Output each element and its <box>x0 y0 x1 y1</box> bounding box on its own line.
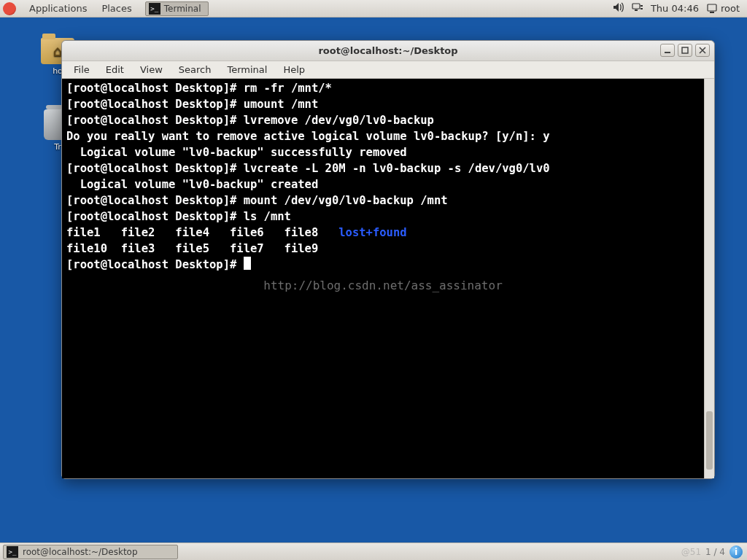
maximize-button[interactable] <box>678 44 692 57</box>
terminal-window: root@localhost:~/Desktop File Edit View … <box>61 40 715 479</box>
taskbar-button-terminal[interactable]: >_ Terminal <box>145 1 209 16</box>
menubar: File Edit View Search Terminal Help <box>62 61 714 79</box>
terminal-scrollbar[interactable] <box>704 79 714 478</box>
workspace-indicator[interactable]: 1 / 4 <box>705 547 725 557</box>
svg-rect-7 <box>682 47 688 53</box>
user-menu[interactable]: root <box>706 3 740 14</box>
terminal-output[interactable]: [root@localhost Desktop]# rm -fr /mnt/* … <box>62 79 704 478</box>
distro-logo-icon[interactable] <box>3 2 16 15</box>
top-panel: Applications Places >_ Terminal Thu 04:4… <box>0 0 747 18</box>
applications-menu[interactable]: Applications <box>23 1 93 16</box>
terminal-icon: >_ <box>149 3 160 15</box>
menu-file[interactable]: File <box>66 63 97 77</box>
system-tray: Thu 04:46 root <box>613 2 747 15</box>
places-menu[interactable]: Places <box>96 1 137 16</box>
menu-view[interactable]: View <box>133 63 170 77</box>
user-icon <box>706 4 718 14</box>
taskbar-button-label: Terminal <box>164 4 201 14</box>
svg-rect-4 <box>708 4 716 11</box>
faded-overlay-text: @51 <box>681 547 701 557</box>
svg-rect-2 <box>640 5 643 7</box>
user-label: root <box>721 3 740 14</box>
titlebar[interactable]: root@localhost:~/Desktop <box>62 41 714 61</box>
volume-icon[interactable] <box>613 2 624 15</box>
svg-rect-6 <box>665 52 670 53</box>
menu-help[interactable]: Help <box>276 63 312 77</box>
minimize-button[interactable] <box>660 44 675 57</box>
bottom-task-button[interactable]: >_ root@localhost:~/Desktop <box>3 545 178 559</box>
clock[interactable]: Thu 04:46 <box>651 3 699 14</box>
svg-rect-3 <box>640 8 643 9</box>
svg-rect-5 <box>710 12 714 13</box>
svg-rect-0 <box>632 4 640 9</box>
svg-rect-1 <box>635 9 638 11</box>
menu-search[interactable]: Search <box>171 63 219 77</box>
menu-terminal[interactable]: Terminal <box>220 63 274 77</box>
window-title: root@localhost:~/Desktop <box>318 45 457 56</box>
info-icon[interactable]: i <box>729 545 743 559</box>
close-button[interactable] <box>695 44 710 57</box>
scrollbar-thumb[interactable] <box>706 411 713 470</box>
terminal-icon: >_ <box>7 546 18 558</box>
network-icon[interactable] <box>632 2 643 15</box>
bottom-task-label: root@localhost:~/Desktop <box>23 547 138 557</box>
bottom-panel: >_ root@localhost:~/Desktop @51 1 / 4 i <box>0 542 747 560</box>
menu-edit[interactable]: Edit <box>98 63 131 77</box>
